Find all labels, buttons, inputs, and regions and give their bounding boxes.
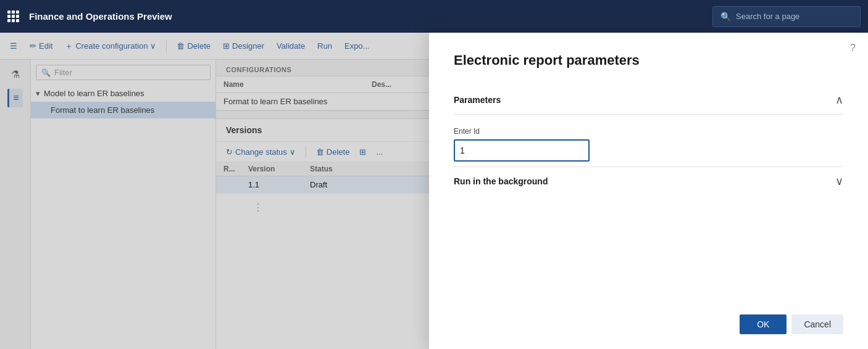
search-icon: 🔍: [720, 12, 731, 22]
search-bar[interactable]: 🔍: [712, 6, 861, 27]
enter-id-field-group: Enter Id: [454, 115, 843, 166]
top-nav: Finance and Operations Preview 🔍: [0, 0, 868, 33]
cancel-button[interactable]: Cancel: [791, 314, 843, 334]
parameters-chevron-up-icon: ∧: [835, 93, 843, 107]
main-area: ☰ ✏ Edit ＋ Create configuration ∨ 🗑 Dele…: [0, 33, 868, 349]
modal-footer: OK Cancel: [454, 305, 843, 334]
parameters-section: Parameters ∧ Enter Id: [454, 86, 843, 166]
run-background-section-title: Run in the background: [454, 176, 548, 186]
enter-id-input[interactable]: [454, 139, 590, 162]
modal-overlay: ? Electronic report parameters Parameter…: [0, 33, 868, 349]
enter-id-label: Enter Id: [454, 127, 843, 136]
run-background-chevron-down-icon: ∨: [835, 175, 843, 188]
help-icon[interactable]: ?: [850, 43, 856, 54]
app-title: Finance and Operations Preview: [29, 11, 172, 22]
run-background-section-header[interactable]: Run in the background ∨: [454, 166, 843, 195]
parameters-section-header[interactable]: Parameters ∧: [454, 86, 843, 115]
search-input[interactable]: [736, 12, 853, 21]
modal-panel: ? Electronic report parameters Parameter…: [429, 33, 868, 349]
parameters-section-title: Parameters: [454, 95, 501, 105]
apps-icon[interactable]: [7, 10, 19, 22]
ok-button[interactable]: OK: [740, 314, 787, 334]
modal-title: Electronic report parameters: [454, 52, 843, 68]
